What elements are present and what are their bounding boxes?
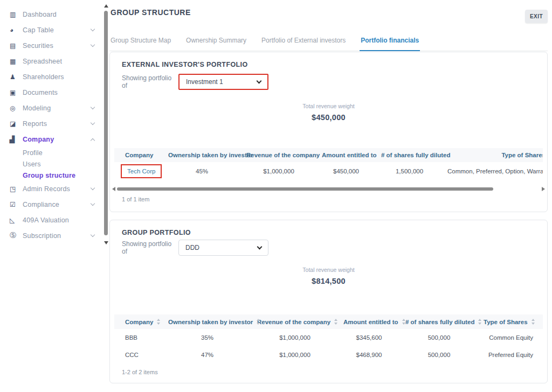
company-cell: BBB	[114, 329, 163, 346]
column-header-revenue[interactable]: Revenue of the company	[252, 314, 338, 329]
sort-icon[interactable]	[478, 319, 482, 325]
company-cell: CCC	[114, 346, 163, 363]
tab-portfolio-financials[interactable]: Portfolio financials	[360, 32, 420, 51]
sidebar-item-dashboard[interactable]: ▥ Dashboard	[0, 6, 100, 22]
sidebar-item-label: Cap Table	[23, 26, 54, 34]
sidebar-item-profile[interactable]: Profile	[0, 147, 100, 158]
revenue-cell: $1,000,000	[241, 162, 316, 180]
sidebar-item-admin-records[interactable]: ◳ Admin Records	[0, 181, 100, 197]
group-portfolio-table-wrapper: Company Ownership taken by investor Reve…	[114, 314, 543, 364]
sidebar-item-modeling[interactable]: ◎ Modeling	[0, 100, 100, 116]
total-revenue-weight-label: Total revenue weight	[110, 267, 547, 273]
column-header-shares[interactable]: # of shares fully diluted	[400, 314, 478, 329]
sidebar-item-label: Subscription	[23, 232, 61, 240]
sidebar-item-label: Securities	[23, 42, 53, 50]
showing-portfolio-label: Showing portfolio of	[122, 240, 178, 255]
tab-portfolio-of-external-investors[interactable]: Portfolio of External investors	[260, 32, 347, 51]
sidebar-item-reports[interactable]: ◪ Reports	[0, 116, 100, 131]
ownership-cell: 45%	[163, 162, 241, 180]
scroll-down-arrow-icon[interactable]	[104, 241, 108, 244]
amount-cell: $345,600	[338, 329, 400, 346]
sidebar-item-label: Shareholders	[23, 73, 64, 81]
valuation-icon: ◺	[10, 216, 23, 224]
sidebar-item-label: 409A Valuation	[23, 216, 69, 224]
scroll-left-arrow-icon[interactable]	[112, 187, 115, 191]
external-portfolio-table: Company Ownership taken by investor Reve…	[114, 148, 543, 180]
scroll-up-arrow-icon[interactable]	[104, 4, 108, 8]
sidebar-item-cap-table[interactable]: ◕ Cap Table	[0, 22, 100, 38]
compliance-icon: ☑	[10, 201, 23, 208]
sort-icon[interactable]	[156, 319, 161, 325]
reports-icon: ◪	[10, 120, 23, 128]
horizontal-scrollbar-thumb[interactable]	[117, 187, 493, 191]
sidebar-item-label: Dashboard	[23, 11, 57, 18]
tab-group-structure-map[interactable]: Group Structure Map	[109, 32, 172, 51]
company-icon: ▟	[10, 136, 23, 143]
column-header-type-of-shares: Type of Shares	[443, 148, 543, 162]
sidebar-item-label: Spreadsheet	[23, 58, 62, 65]
ownership-cell: 47%	[163, 346, 252, 363]
external-portfolio-table-wrapper: Company Ownership taken by investor Reve…	[114, 148, 543, 181]
showing-portfolio-row: Showing portfolio of Investment 1	[122, 74, 268, 90]
securities-icon: ▤	[10, 42, 23, 50]
sort-icon[interactable]	[334, 319, 338, 325]
showing-portfolio-label: Showing portfolio of	[122, 74, 178, 89]
sidebar-item-compliance[interactable]: ☑ Compliance	[0, 197, 100, 212]
modeling-icon: ◎	[10, 104, 23, 112]
sidebar-item-409a-valuation[interactable]: ◺ 409A Valuation	[0, 212, 100, 228]
table-row: BBB 35% $1,000,000 $345,600 500,000 Comm…	[114, 329, 543, 346]
total-revenue-weight-block: Total revenue weight $814,500	[110, 267, 547, 285]
type-of-shares-cell: Preferred Equity	[478, 346, 543, 363]
vertical-scrollbar-thumb[interactable]	[104, 11, 108, 235]
sidebar-item-subscription[interactable]: Ⓢ Subscription	[0, 228, 100, 243]
column-header-ownership[interactable]: Ownership taken by investor	[163, 314, 252, 329]
exit-button[interactable]: EXIT	[525, 10, 548, 23]
column-header-company[interactable]: Company	[114, 314, 163, 329]
column-header-revenue: Revenue of the company	[241, 148, 316, 162]
tab-ownership-summary[interactable]: Ownership Summary	[185, 32, 247, 51]
tab-bar: Group Structure Map Ownership Summary Po…	[109, 32, 548, 51]
external-investors-portfolio-panel: EXTERNAL INVESTOR'S PORTFOLIO Showing po…	[109, 52, 548, 212]
sidebar-item-label: Documents	[23, 89, 58, 96]
pagination-text: 1 of 1 item	[122, 196, 149, 202]
sidebar-item-label: Users	[23, 160, 41, 168]
chevron-down-icon	[91, 233, 95, 237]
chevron-down-icon	[91, 186, 95, 190]
sort-icon[interactable]	[256, 319, 260, 325]
group-portfolio-table: Company Ownership taken by investor Reve…	[114, 314, 543, 363]
horizontal-scrollbar[interactable]	[112, 186, 545, 192]
column-header-amount: Amount entitled to	[316, 148, 376, 162]
sidebar-item-label: Group structure	[23, 172, 75, 179]
group-portfolio-select[interactable]: DDD	[178, 240, 268, 256]
sidebar-item-label: Compliance	[23, 201, 59, 208]
column-header-type-of-shares[interactable]: Type of Shares	[478, 314, 543, 329]
table-header-row: Company Ownership taken by investor Reve…	[114, 314, 543, 329]
cap-table-icon: ◕	[10, 26, 23, 34]
revenue-cell: $1,000,000	[252, 346, 338, 363]
sidebar-item-documents[interactable]: ▣ Documents	[0, 85, 100, 100]
chevron-down-icon	[91, 121, 95, 125]
sidebar: ▥ Dashboard ◕ Cap Table ▤ Securities ▦ S…	[0, 6, 100, 243]
shareholders-icon: ♟	[10, 73, 23, 81]
vertical-scrollbar[interactable]	[104, 0, 109, 249]
sidebar-item-spreadsheet[interactable]: ▦ Spreadsheet	[0, 53, 100, 69]
table-row: CCC 47% $1,000,000 $468,900 500,000 Pref…	[114, 346, 543, 363]
pagination-text: 1-2 of 2 items	[122, 369, 158, 375]
selected-option-label: DDD	[185, 244, 199, 251]
company-link[interactable]: Tech Corp	[121, 164, 162, 178]
sort-icon[interactable]	[531, 319, 535, 325]
sidebar-item-securities[interactable]: ▤ Securities	[0, 38, 100, 53]
total-revenue-weight-value: $450,000	[110, 113, 547, 122]
sidebar-item-users[interactable]: Users	[0, 158, 100, 170]
section-title: GROUP PORTFOLIO	[122, 229, 191, 236]
chevron-down-icon	[91, 201, 95, 206]
sidebar-item-group-structure[interactable]: Group structure	[0, 170, 100, 181]
investment-select[interactable]: Investment 1	[178, 74, 268, 90]
column-header-amount[interactable]: Amount entitled to	[338, 314, 400, 329]
total-revenue-weight-block: Total revenue weight $450,000	[110, 103, 547, 122]
sort-icon[interactable]	[402, 319, 406, 325]
sidebar-item-company[interactable]: ▟ Company	[0, 131, 100, 147]
shares-cell: 500,000	[400, 329, 478, 346]
sidebar-item-shareholders[interactable]: ♟ Shareholders	[0, 69, 100, 85]
scroll-right-arrow-icon[interactable]	[542, 187, 545, 191]
